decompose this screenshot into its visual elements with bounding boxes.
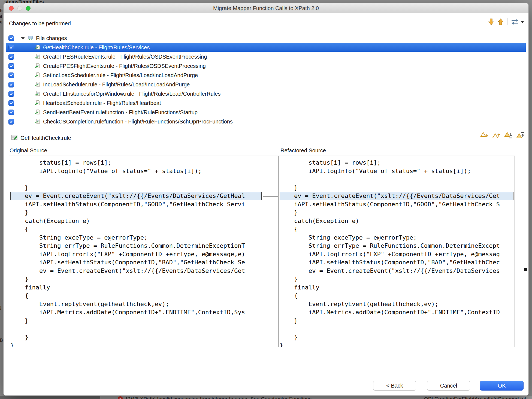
refactored-source-pane[interactable]: status[i] = rows[i]; iAPI.logInfo("Value…	[278, 156, 515, 347]
code-line: status[i] = rows[i];	[280, 159, 513, 167]
migrate-mapper-dialog: Migrate Mapper Function Calls to XPath 2…	[3, 3, 529, 396]
row-checkbox[interactable]	[8, 45, 14, 50]
code-line: iAPI.setHealthStatus(ComponentID,"GOOD",…	[10, 200, 262, 209]
code-line: ev = Event.createEvent("xslt://{{/Events…	[10, 267, 262, 275]
code-line: iAPI.Metrics.addDate(ComponentID+".ENDTI…	[280, 308, 513, 317]
background-text-fragment: e	[0, 20, 2, 25]
close-button[interactable]	[9, 6, 14, 11]
file-changes-icon	[28, 35, 34, 41]
code-line: catch(Exception e)	[280, 217, 513, 225]
row-checkbox[interactable]	[8, 82, 14, 87]
rule-file-icon	[35, 91, 41, 97]
next-change-down-arrow-icon[interactable]	[488, 18, 494, 25]
diff-center-gutter	[263, 156, 278, 347]
row-checkbox[interactable]	[8, 72, 14, 78]
tree-row-label: SendHeartBeatEvent.rulefunction - Flight…	[43, 109, 198, 116]
code-line: }	[280, 208, 513, 217]
code-line: finally	[10, 283, 262, 292]
tree-row[interactable]: IncLoadScheduler.rule - Flight/Rules/Loa…	[4, 80, 528, 89]
ok-button[interactable]: OK	[480, 381, 524, 391]
rule-file-icon	[35, 109, 41, 115]
tree-row-label: HeartbeatScheduler.rule - Flight/Rules/H…	[43, 100, 161, 106]
previous-change-icon[interactable]	[516, 132, 524, 139]
code-line: }	[10, 333, 262, 342]
row-checkbox[interactable]	[8, 54, 14, 60]
tree-row[interactable]: CheckCSCompletion.rulefunction - Flight/…	[4, 117, 528, 126]
code-line: iAPI.logErrorEx("EXP" +ComponentID +errT…	[10, 250, 262, 259]
rule-file-icon	[35, 100, 41, 106]
row-checkbox[interactable]	[8, 100, 14, 106]
tree-row[interactable]: GetHealthCheck.rule - Flight/Rules/Servi…	[4, 43, 528, 52]
code-line: String errType = RuleFunctions.Common.De…	[280, 242, 513, 250]
tree-row[interactable]: HeartbeatScheduler.rule - Flight/Rules/H…	[4, 98, 528, 108]
background-text-fragment: E	[0, 8, 3, 13]
code-line: iAPI.setHealthStatus(ComponentID,"GOOD",…	[280, 200, 513, 209]
dropdown-caret-icon[interactable]	[521, 21, 524, 23]
window-titlebar[interactable]: Migrate Mapper Function Calls to XPath 2…	[4, 3, 528, 13]
tree-row-label: SetIncLoadScheduler.rule - Flight/Rules/…	[43, 72, 198, 78]
overview-ruler-marker[interactable]	[524, 268, 527, 271]
code-line: iAPI.logErrorEx("EXP" +ComponentID +errT…	[280, 250, 513, 259]
previous-change-up-arrow-icon[interactable]	[498, 18, 504, 25]
tree-row[interactable]: File changes	[4, 34, 528, 43]
code-line: Event.replyEvent(gethealthcheck,ev);	[10, 300, 262, 309]
zoom-button[interactable]	[26, 6, 31, 11]
tree-row-label: CreateFLInstancesforOprWindow.rule - Fli…	[43, 91, 220, 97]
code-line	[10, 325, 262, 333]
code-line: }	[10, 184, 262, 192]
background-text-fragment: B	[0, 338, 3, 343]
tree-row-label: CreateFPESRouteEvents.rule - Flight/Rule…	[43, 54, 207, 60]
tree-row[interactable]: CreateFPESFlightEvents.rule - Flight/Rul…	[4, 61, 528, 71]
error-icon: ✕	[118, 396, 123, 399]
code-line	[280, 325, 513, 333]
rule-file-icon	[35, 81, 41, 87]
rule-file-icon	[35, 63, 41, 69]
tree-row[interactable]: SetIncLoadScheduler.rule - Flight/Rules/…	[4, 71, 528, 80]
tree-row-label: CheckCSCompletion.rulefunction - Flight/…	[43, 119, 233, 125]
code-line: }	[280, 341, 513, 347]
tree-row-label: IncLoadScheduler.rule - Flight/Rules/Loa…	[43, 81, 190, 88]
compare-editor-icon	[11, 133, 18, 141]
changes-tree: File changes GetHealthCheck.rule - Fligh…	[4, 34, 528, 126]
code-line: iAPI.logInfo("Value of status=" + status…	[280, 167, 513, 176]
background-error-text: [BW6 XPath] Invalid conversion from inte…	[126, 396, 312, 399]
diff-current-line: ev = Event.createEvent("xslt://{{/Events…	[280, 192, 513, 200]
code-line: }	[10, 275, 262, 283]
row-checkbox[interactable]	[8, 35, 14, 41]
minimize-button[interactable]	[17, 6, 22, 11]
code-line: {	[10, 292, 262, 300]
code-line: }	[10, 208, 262, 217]
compare-toolbar	[480, 132, 524, 139]
previous-difference-icon[interactable]	[492, 132, 500, 139]
filter-changes-icon[interactable]	[511, 19, 519, 25]
back-button[interactable]: < Back	[373, 381, 416, 391]
code-line: iAPI.setHealthStatus(ComponentID,"BAD","…	[10, 258, 262, 267]
background-text-fragment: it	[0, 14, 2, 19]
rule-file-icon	[35, 72, 41, 78]
changes-section-header: Changes to be performed	[9, 20, 71, 27]
tree-row-label: CreateFPESFlightEvents.rule - Flight/Rul…	[43, 63, 206, 69]
background-left-edge: E it e } B	[0, 0, 3, 399]
changes-toolbar	[488, 18, 524, 25]
background-status-bar: ✕ [BW6 XPath] Invalid conversion from in…	[0, 396, 532, 399]
row-checkbox[interactable]	[8, 119, 14, 125]
window-title: Migrate Mapper Function Calls to XPath 2…	[4, 3, 528, 13]
row-checkbox[interactable]	[8, 91, 14, 97]
tree-row[interactable]: CreateFPESRouteEvents.rule - Flight/Rule…	[4, 52, 528, 61]
code-line: String exceType = e@errorType;	[280, 234, 513, 242]
next-change-icon[interactable]	[504, 132, 512, 139]
code-line: }	[280, 275, 513, 283]
disclosure-triangle-icon[interactable]	[21, 37, 25, 40]
rule-file-icon	[35, 54, 41, 60]
traffic-lights	[9, 6, 31, 11]
row-checkbox[interactable]	[8, 63, 14, 69]
original-source-pane[interactable]: status[i] = rows[i]; iAPI.logInfo("Value…	[9, 156, 263, 347]
code-line: {	[10, 225, 262, 234]
tree-row[interactable]: SendHeartBeatEvent.rulefunction - Flight…	[4, 108, 528, 117]
tree-row[interactable]: CreateFLInstancesforOprWindow.rule - Fli…	[4, 89, 528, 98]
code-line: iAPI.setHealthStatus(ComponentID,"BAD","…	[280, 258, 513, 267]
cancel-button[interactable]: Cancel	[427, 381, 470, 391]
row-checkbox[interactable]	[8, 110, 14, 115]
next-difference-icon[interactable]	[480, 132, 488, 139]
original-source-header: Original Source	[10, 147, 47, 154]
